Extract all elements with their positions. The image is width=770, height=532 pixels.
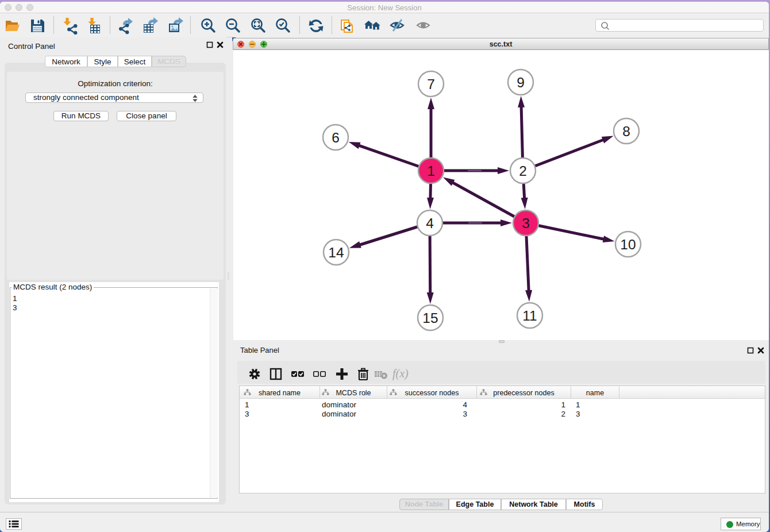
- svg-text:10: 10: [620, 237, 636, 252]
- svg-text:14: 14: [328, 245, 344, 260]
- svg-text:2: 2: [519, 163, 527, 179]
- svg-text:8: 8: [622, 124, 630, 139]
- svg-text:1: 1: [427, 163, 435, 179]
- svg-text:7: 7: [427, 76, 435, 92]
- svg-text:11: 11: [522, 308, 537, 323]
- svg-text:9: 9: [517, 75, 525, 90]
- svg-text:f(x): f(x): [392, 367, 409, 380]
- svg-text:3: 3: [522, 215, 530, 231]
- svg-text:6: 6: [332, 130, 340, 145]
- svg-text:4: 4: [426, 215, 434, 231]
- svg-text:15: 15: [422, 310, 438, 326]
